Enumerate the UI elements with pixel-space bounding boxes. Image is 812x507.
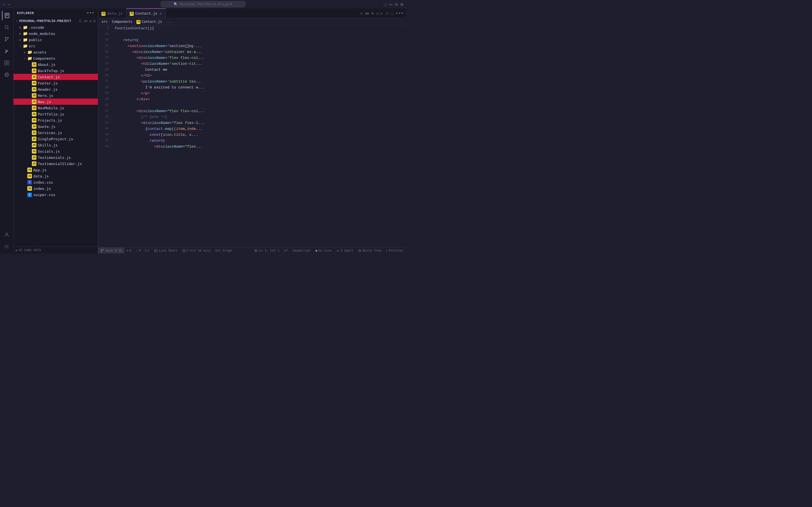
- git-branch-status[interactable]: main: [98, 247, 124, 254]
- code-line-29: [114, 31, 406, 37]
- file-item-indexcss[interactable]: C index.css: [13, 179, 98, 185]
- spell-status[interactable]: 3 Spell: [334, 247, 356, 254]
- breadcrumb-src[interactable]: src: [101, 20, 108, 24]
- project-actions: 🗋 🗁 ↺ ⊟: [79, 19, 96, 23]
- pets-section[interactable]: ▶ VS CODE PETS: [13, 246, 98, 253]
- file-item-hero[interactable]: JS Hero.js: [13, 93, 98, 99]
- run-icon[interactable]: ▷: [361, 11, 363, 15]
- tab-close-contactjs[interactable]: ✕: [160, 11, 162, 16]
- accounts-activity-icon[interactable]: [2, 230, 11, 239]
- file-item-vscode[interactable]: ▶ 📁 .vscode: [13, 24, 98, 31]
- tab-contactjs[interactable]: JS Contact.js ✕: [126, 8, 166, 18]
- back-arrow[interactable]: ←: [3, 2, 5, 6]
- file-item-testimonialslider[interactable]: JS TestimonialSlider.js: [13, 161, 98, 167]
- svg-line-5: [8, 28, 9, 29]
- file-item-data[interactable]: JS data.js: [13, 173, 98, 179]
- build-tree-status[interactable]: Build Tree: [356, 247, 384, 254]
- svg-point-19: [6, 245, 8, 247]
- file-item-contact[interactable]: JS Contact.js: [13, 74, 98, 80]
- title-bar-search[interactable]: 🔍 Personal-Portfolio-Project: [161, 1, 245, 7]
- split-icon[interactable]: ⊟: [395, 2, 398, 7]
- language-label: JavaScript: [292, 249, 311, 252]
- file-item-footer[interactable]: JS Footer.js: [13, 80, 98, 86]
- file-item-src[interactable]: ▾ 📁 src: [13, 43, 98, 49]
- file-item-navmobile[interactable]: JS NavMobile.js: [13, 105, 98, 111]
- refresh-btn[interactable]: ↺: [89, 19, 92, 23]
- time-status[interactable]: 2 hrs 16 mins: [180, 247, 213, 254]
- line-ending-status[interactable]: LF: [282, 247, 290, 254]
- code-line-40: </div>: [114, 96, 406, 102]
- svg-point-7: [7, 37, 8, 39]
- file-item-backtotop[interactable]: JS BackToTop.js: [13, 68, 98, 74]
- cursor-pos-status[interactable]: Ln 1, Col 1: [252, 247, 282, 254]
- explorer-activity-icon[interactable]: [2, 11, 11, 20]
- file-item-skills[interactable]: JS Skills.js: [13, 142, 98, 148]
- breadcrumb-more[interactable]: ...: [166, 20, 172, 24]
- warning-count-status[interactable]: ⚠ 0: [134, 247, 143, 254]
- terminal-icon[interactable]: ▭: [389, 2, 392, 7]
- breadcrumb-components[interactable]: Components: [112, 20, 132, 24]
- remote-activity-icon[interactable]: [2, 70, 11, 79]
- language-status[interactable]: JavaScript: [290, 247, 313, 254]
- split-editor[interactable]: ⬚: [391, 11, 393, 15]
- code-content[interactable]: function Contact() { return ( <section c…: [112, 25, 406, 247]
- code-line-42: <div className="flex flex-col...: [114, 108, 406, 114]
- file-item-nav[interactable]: JS Nav.js: [13, 99, 98, 105]
- file-item-swipercss[interactable]: S swiper.css: [13, 191, 98, 198]
- file-item-services[interactable]: JS Services.js: [13, 129, 98, 136]
- warning-count: 0: [139, 249, 141, 252]
- info-count-status[interactable]: ℹ 3: [143, 247, 152, 254]
- breadcrumb-toggle[interactable]: ⊚: [371, 11, 373, 15]
- file-item-components[interactable]: ▾ 📁 Components: [13, 55, 98, 61]
- settings-icon[interactable]: ⊞: [400, 2, 403, 7]
- file-item-quote[interactable]: JS Quote.js: [13, 123, 98, 129]
- live-share-status[interactable]: Live Share: [152, 247, 180, 254]
- file-item-projects[interactable]: JS Projects.js: [13, 117, 98, 123]
- code-line-34: <h2 className='section-tit...: [114, 61, 406, 67]
- tab-datajs[interactable]: JS data.js: [98, 8, 126, 18]
- code-editor: 6 29 30 31 32 33 34 35 36 37 38 39 40 41…: [98, 25, 406, 247]
- code-line-41: [114, 102, 406, 108]
- extensions-activity-icon[interactable]: [2, 58, 11, 68]
- go-live-status[interactable]: ◉ Go Live: [313, 247, 334, 254]
- forward-arrow[interactable]: →: [7, 2, 10, 6]
- new-folder-btn[interactable]: 🗁: [84, 19, 88, 23]
- more-editor-actions[interactable]: •••: [396, 11, 404, 16]
- file-item-singleproject[interactable]: JS SingleProject.js: [13, 136, 98, 142]
- file-item-node-modules[interactable]: ▶ 📁 node_modules: [13, 31, 98, 37]
- warning-icon: ⚠: [136, 249, 138, 252]
- file-item-portfolio[interactable]: JS Portfolio.js: [13, 111, 98, 117]
- collapse-all-btn[interactable]: ⊟: [93, 19, 96, 23]
- file-item-about[interactable]: JS About.js: [13, 61, 98, 68]
- file-item-header[interactable]: JS Header.js: [13, 86, 98, 93]
- settings-activity-icon[interactable]: [2, 242, 11, 251]
- new-file-btn[interactable]: 🗋: [79, 19, 82, 23]
- source-control-activity-icon[interactable]: [2, 34, 11, 44]
- prettier-status[interactable]: ✦ Prettier: [384, 247, 406, 254]
- breadcrumb-js-icon: JS: [137, 19, 140, 24]
- breadcrumb-file[interactable]: Contact.js: [142, 20, 162, 24]
- title-bar-nav: ← →: [3, 2, 10, 6]
- run-debug-activity-icon[interactable]: [2, 46, 11, 56]
- more-options-button[interactable]: •••: [87, 11, 94, 15]
- git-graph-status[interactable]: Git Graph: [213, 247, 235, 254]
- history-icon[interactable]: ⏮: [365, 11, 369, 15]
- open-changes[interactable]: ⊹: [386, 11, 389, 15]
- error-count-status[interactable]: ⊘ 0: [124, 247, 134, 254]
- search-icon: 🔍: [174, 2, 178, 6]
- file-item-indexjs[interactable]: JS index.js: [13, 185, 98, 191]
- project-root[interactable]: ▾ PERSONAL-PORTFOLIO-PROJECT: [15, 19, 71, 23]
- info-count: 3: [147, 249, 149, 252]
- file-item-assets[interactable]: ▶ 📁 assets: [13, 49, 98, 55]
- prev-change[interactable]: ◁: [376, 11, 378, 15]
- svg-point-21: [103, 249, 104, 250]
- file-item-app[interactable]: JS App.js: [13, 167, 98, 173]
- search-activity-icon[interactable]: [2, 22, 11, 32]
- info-icon: ℹ: [145, 249, 146, 252]
- layout-icon[interactable]: ⬚: [384, 2, 387, 7]
- title-bar-actions: ⬚ ▭ ⊟ ⊞: [384, 2, 403, 7]
- next-change[interactable]: ▷: [380, 11, 383, 15]
- file-item-public[interactable]: ▶ 📁 public: [13, 37, 98, 43]
- file-item-socials[interactable]: JS Socials.js: [13, 148, 98, 154]
- file-item-testimonials[interactable]: JS Testimonials.js: [13, 154, 98, 161]
